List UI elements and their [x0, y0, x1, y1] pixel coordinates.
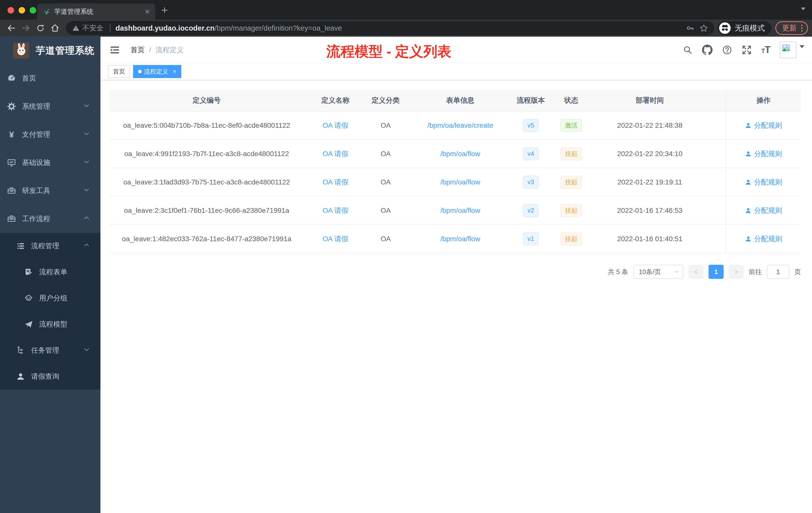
definition-table: 定义编号 定义名称 定义分类 表单信息 流程版本 状态 部署时间 操作 oa_l… [110, 90, 801, 253]
search-icon[interactable] [683, 45, 693, 55]
chrome-update-button[interactable]: 更新 [775, 21, 808, 35]
table-row: oa_leave:4:991f2193-7b7f-11ec-a3c8-acde4… [110, 140, 801, 168]
avatar[interactable] [780, 42, 796, 58]
sidebar-menu: 首页 系统管理 ¥ 支付管理 基础设施 研发工具 [0, 64, 100, 390]
github-icon[interactable] [702, 45, 713, 55]
password-key-button[interactable] [684, 21, 697, 35]
search-tabs-icon[interactable] [801, 7, 806, 12]
browser-tab[interactable]: 芋道管理系统 × [37, 3, 155, 20]
status-badge: 挂起 [560, 204, 582, 217]
tag-process-definition[interactable]: 流程定义 × [133, 65, 181, 78]
sidebar-item-leave-query[interactable]: 请假查询 [0, 363, 100, 390]
close-window-button[interactable] [7, 7, 14, 13]
chevron-up-icon [83, 215, 90, 221]
bookmark-star-button[interactable] [697, 21, 710, 35]
browser-menu-icon [801, 24, 803, 32]
chevron-down-icon [83, 187, 90, 193]
sidebar-item-payment-management[interactable]: ¥ 支付管理 [0, 120, 100, 149]
breadcrumb: 首页 / 流程定义 [130, 45, 184, 55]
sidebar-item-process-form[interactable]: 流程表单 [0, 259, 100, 285]
form-info-link[interactable]: /bpm/oa/leave/create [427, 121, 493, 129]
chevron-left-icon [693, 269, 699, 275]
incognito-icon [719, 22, 731, 34]
page-size-select[interactable]: 10条/页 [633, 265, 684, 279]
cell-category: OA [367, 207, 404, 215]
back-button[interactable] [4, 21, 19, 35]
tab-close-icon[interactable]: × [145, 7, 150, 16]
fullscreen-icon[interactable] [742, 45, 752, 55]
tag-close-icon[interactable]: × [173, 68, 176, 75]
avatar-dropdown-caret-icon[interactable] [800, 45, 805, 51]
definition-name-link[interactable]: OA 请假 [323, 235, 348, 243]
status-badge: 挂起 [560, 176, 582, 189]
goto-page-input[interactable] [767, 265, 789, 279]
chevron-down-icon [83, 102, 90, 109]
sidebar-item-dev-tools[interactable]: 研发工具 [0, 177, 100, 205]
status-badge: 激活 [560, 119, 582, 132]
column-header-status: 状态 [545, 96, 597, 105]
url-text[interactable]: dashboard.yudao.iocoder.cn/bpm/manager/d… [116, 24, 684, 32]
sidebar-item-process-management[interactable]: 流程管理 [0, 233, 100, 259]
forward-button[interactable] [19, 21, 33, 35]
home-button[interactable] [48, 21, 62, 35]
sidebar-item-workflow[interactable]: 工作流程 [0, 205, 100, 233]
form-edit-icon [24, 268, 33, 276]
assign-user-icon [745, 151, 752, 157]
sidebar-item-system-management[interactable]: 系统管理 [0, 92, 100, 120]
window-controls[interactable] [7, 7, 36, 13]
definition-name-link[interactable]: OA 请假 [323, 207, 348, 214]
briefcase-icon [7, 215, 16, 223]
sidebar-item-task-management[interactable]: 任务管理 [0, 337, 100, 363]
definition-name-link[interactable]: OA 请假 [323, 150, 348, 158]
app-navbar: 首页 / 流程定义 TT [100, 37, 812, 63]
incognito-badge: 无痕模式 [718, 21, 771, 35]
assign-rule-link[interactable]: 分配规则 [754, 206, 782, 215]
sidebar-item-user-group[interactable]: 用户分组 [0, 285, 100, 311]
prev-page-button[interactable] [689, 265, 703, 279]
column-header-id: 定义编号 [110, 96, 304, 105]
security-label[interactable]: 不安全 [82, 23, 104, 33]
form-info-link[interactable]: /bpm/oa/flow [440, 235, 480, 243]
sidebar-item-infrastructure[interactable]: 基础设施 [0, 149, 100, 177]
new-tab-button[interactable]: + [161, 3, 168, 17]
sidebar-item-home[interactable]: 首页 [0, 64, 100, 92]
zoom-window-button[interactable] [30, 7, 36, 13]
update-label: 更新 [782, 23, 797, 33]
form-info-link[interactable]: /bpm/oa/flow [440, 178, 480, 186]
monitor-icon [7, 158, 16, 167]
tag-home[interactable]: 首页 [108, 65, 130, 78]
sidebar-item-process-model[interactable]: 流程模型 [0, 311, 100, 337]
key-icon [686, 24, 695, 32]
address-bar[interactable]: 不安全 dashboard.yudao.iocoder.cn/bpm/manag… [66, 21, 714, 35]
definition-name-link[interactable]: OA 请假 [323, 121, 348, 129]
breadcrumb-current: 流程定义 [156, 45, 184, 55]
tab-strip: 芋道管理系统 × + [0, 0, 812, 20]
hamburger-collapse-icon[interactable] [110, 45, 120, 55]
cell-definition-id: oa_leave:3:1fad3d93-7b75-11ec-a3c8-acde4… [110, 178, 304, 186]
minimize-window-button[interactable] [19, 7, 25, 13]
gear-icon [7, 102, 16, 111]
assign-rule-link[interactable]: 分配规则 [754, 234, 782, 244]
help-icon[interactable] [722, 45, 732, 55]
chevron-down-icon [83, 130, 90, 137]
app-logo[interactable]: 芋道管理系统 [0, 37, 100, 64]
font-size-icon[interactable]: TT [761, 44, 770, 55]
reload-button[interactable] [33, 21, 48, 35]
next-page-button[interactable] [729, 265, 744, 279]
user-avatar-menu[interactable] [780, 42, 805, 58]
table-row: oa_leave:2:3c1f0ef1-76b1-11ec-9c66-a2380… [110, 197, 801, 225]
assign-rule-link[interactable]: 分配规则 [754, 149, 782, 159]
form-info-link[interactable]: /bpm/oa/flow [440, 150, 480, 158]
page-number-button[interactable]: 1 [708, 265, 724, 279]
assign-rule-link[interactable]: 分配规则 [754, 177, 782, 187]
not-secure-warning-icon [72, 25, 79, 32]
active-tag-dot [138, 70, 142, 73]
definition-name-link[interactable]: OA 请假 [323, 178, 348, 186]
cell-definition-id: oa_leave:1:482ec033-762a-11ec-8477-a2380… [110, 235, 304, 243]
breadcrumb-home[interactable]: 首页 [130, 45, 145, 55]
incognito-label: 无痕模式 [735, 23, 765, 33]
url-host: dashboard.yudao.iocoder.cn [116, 24, 215, 32]
form-info-link[interactable]: /bpm/oa/flow [440, 207, 480, 214]
chevron-right-icon [733, 269, 739, 275]
assign-rule-link[interactable]: 分配规则 [754, 121, 782, 130]
